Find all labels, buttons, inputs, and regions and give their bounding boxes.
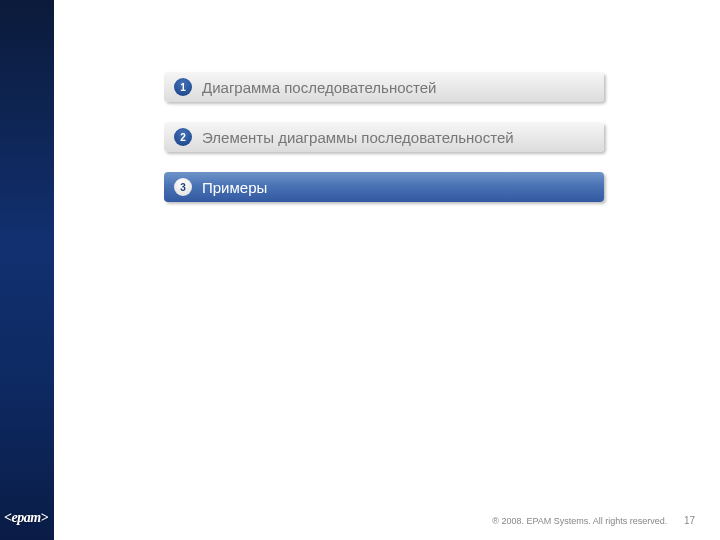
sidebar-band: <epam>	[0, 0, 54, 540]
slide: <epam> 1 Диаграмма последовательностей 2…	[0, 0, 720, 540]
agenda-list: 1 Диаграмма последовательностей 2 Элемен…	[164, 72, 604, 222]
content-area: 1 Диаграмма последовательностей 2 Элемен…	[54, 0, 720, 540]
agenda-item-2: 2 Элементы диаграммы последовательностей	[164, 122, 604, 152]
agenda-badge-1: 1	[174, 78, 192, 96]
copyright-text: ® 2008. EPAM Systems. All rights reserve…	[492, 516, 667, 526]
footer: ® 2008. EPAM Systems. All rights reserve…	[492, 515, 695, 526]
agenda-badge-2: 2	[174, 128, 192, 146]
agenda-label-2: Элементы диаграммы последовательностей	[202, 129, 514, 146]
logo: <epam>	[4, 510, 48, 526]
agenda-label-1: Диаграмма последовательностей	[202, 79, 436, 96]
agenda-label-3: Примеры	[202, 179, 267, 196]
agenda-item-3: 3 Примеры	[164, 172, 604, 202]
agenda-badge-3: 3	[174, 178, 192, 196]
agenda-item-1: 1 Диаграмма последовательностей	[164, 72, 604, 102]
page-number: 17	[684, 515, 695, 526]
